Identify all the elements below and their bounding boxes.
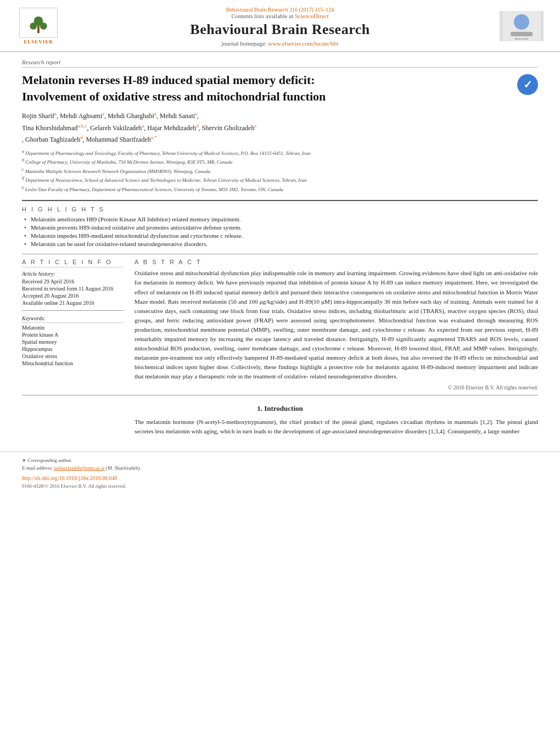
introduction-text: The melatonin hormone (N-acetyl-5-methox…	[135, 417, 538, 436]
highlight-item-4: Melatonin can be used for oxidative-rela…	[24, 241, 538, 247]
contents-label: Contents lists available at	[231, 13, 293, 19]
divider-3	[22, 395, 538, 395]
homepage-label: journal homepage:	[221, 40, 266, 47]
elsevier-tree-icon	[27, 16, 49, 35]
highlight-item-2: Melatonin prevents H89-induced oxidative…	[24, 224, 538, 231]
section-label: Research report	[22, 59, 538, 68]
journal-homepage: journal homepage: www.elsevier.com/locat…	[60, 40, 500, 47]
email-note: (M. Sharifzadeh).	[106, 465, 141, 471]
available-date: Available online 21 August 2016	[22, 300, 124, 306]
history-label: Article history:	[22, 271, 124, 277]
keyword-3: Spatial memory	[22, 339, 124, 345]
journal-title: Behavioural Brain Research	[60, 21, 500, 38]
two-col-section: A R T I C L E I N F O Article history: R…	[22, 259, 538, 390]
highlights-list: Melatonin ameliorates H89 (Protein Kinas…	[22, 216, 538, 247]
affiliations: a Department of Pharmacology and Toxicol…	[22, 148, 538, 194]
article-history: Article history: Received 29 April 2016 …	[22, 271, 124, 306]
affiliation-d: Department of Neuroscience, School of Ad…	[25, 177, 306, 183]
title-line1: Melatonin reverses H-89 induced spatial …	[22, 73, 315, 87]
journal-citation: Behavioural Brain Research 316 (2017) 11…	[60, 5, 500, 13]
article-title-text: Melatonin reverses H-89 induced spatial …	[22, 72, 512, 104]
elsevier-logo: ELSEVIER	[16, 8, 60, 44]
abstract-text: Oxidative stress and mitochondrial dysfu…	[135, 269, 538, 381]
title-section: Melatonin reverses H-89 induced spatial …	[22, 72, 538, 110]
svg-rect-6	[511, 32, 533, 36]
crossmark-icon: ✓	[523, 78, 533, 91]
highlight-item-1: Melatonin ameliorates H89 (Protein Kinas…	[24, 216, 538, 222]
intro-text-col: The melatonin hormone (N-acetyl-5-methox…	[135, 417, 538, 436]
corresponding-author: ∗ Corresponding author.	[22, 458, 538, 463]
introduction-section: 1. Introduction The melatonin hormone (N…	[22, 404, 538, 436]
highlights-section: H I G H L I G H T S Melatonin ameliorate…	[22, 206, 538, 247]
doi-row: http://dx.doi.org/10.1016/j.bbr.2016.08.…	[22, 474, 538, 482]
content-area: Research report Melatonin reverses H-89 …	[0, 52, 560, 443]
abstract-heading: A B S T R A C T	[135, 259, 538, 265]
svg-point-5	[514, 14, 529, 30]
affiliation-b: College of Pharmacy, University of Manit…	[25, 159, 232, 165]
svg-point-2	[40, 23, 47, 30]
page-wrapper: ELSEVIER Behavioural Brain Research 316 …	[0, 0, 560, 494]
keywords-section: Keywords: Melatonin Protein kinase A Spa…	[22, 315, 124, 366]
svg-point-1	[30, 23, 37, 30]
elsevier-logo-image	[19, 8, 58, 38]
article-title: Melatonin reverses H-89 induced spatial …	[22, 72, 512, 110]
right-logo-image: Behavioural	[500, 11, 544, 41]
received-date: Received 29 April 2016	[22, 278, 124, 284]
keyword-6: Mitochondrial function	[22, 360, 124, 366]
email-label: E-mail address:	[22, 465, 53, 471]
highlight-text-2: Melatonin prevents H89-induced oxidative…	[31, 224, 242, 231]
abstract-copyright: © 2016 Elsevier B.V. All rights reserved…	[135, 384, 538, 390]
abstract-col: A B S T R A C T Oxidative stress and mit…	[135, 259, 538, 390]
article-info-heading: A R T I C L E I N F O	[22, 259, 124, 267]
title-line2: Involvement of oxidative stress and mito…	[22, 90, 326, 103]
affiliation-c: Manitoba Multiple Sclerosis Research Net…	[25, 169, 210, 174]
homepage-url[interactable]: www.elsevier.com/locate/bbr	[268, 40, 338, 47]
highlights-heading: H I G H L I G H T S	[22, 206, 538, 213]
intro-left-spacer	[22, 417, 124, 436]
highlight-text-1: Melatonin ameliorates H89 (Protein Kinas…	[31, 216, 240, 222]
divider-keywords	[22, 310, 124, 311]
keywords-label: Keywords:	[22, 315, 124, 323]
affiliation-a: Department of Pharmacology and Toxicolog…	[25, 150, 310, 156]
authors: Rojin Sharifa, Mehdi Aghsamia, Mehdi Gha…	[22, 110, 538, 145]
keyword-1: Melatonin	[22, 325, 124, 331]
keyword-2: Protein kinase A	[22, 332, 124, 338]
journal-header-center: Behavioural Brain Research 316 (2017) 11…	[60, 5, 500, 47]
elsevier-label: ELSEVIER	[24, 39, 53, 44]
divider-1	[22, 200, 538, 202]
keyword-5: Oxidative stress	[22, 353, 124, 359]
received-revised-date: Received in revised form 11 August 2016	[22, 286, 124, 292]
accepted-date: Accepted 20 August 2016	[22, 293, 124, 299]
article-info-col: A R T I C L E I N F O Article history: R…	[22, 259, 124, 390]
footer-copyright: 0166-4328/© 2016 Elsevier B.V. All right…	[22, 483, 538, 489]
highlight-item-3: Melatonin impedes H89-mediated mitochond…	[24, 232, 538, 239]
divider-2	[22, 254, 538, 254]
svg-rect-3	[37, 25, 40, 34]
email-link[interactable]: msharifzadeh@tums.ac.ir	[54, 465, 104, 471]
highlight-text-4: Melatonin can be used for oxidative-rela…	[31, 241, 208, 247]
intro-two-col: The melatonin hormone (N-acetyl-5-methox…	[22, 417, 538, 436]
journal-header: ELSEVIER Behavioural Brain Research 316 …	[0, 0, 560, 52]
highlight-text-3: Melatonin impedes H89-mediated mitochond…	[31, 232, 243, 239]
keyword-4: Hippocampus	[22, 346, 124, 352]
email-row: E-mail address: msharifzadeh@tums.ac.ir …	[22, 465, 538, 471]
page-footer: ∗ Corresponding author. E-mail address: …	[0, 451, 560, 494]
introduction-heading: 1. Introduction	[22, 404, 538, 413]
doi-link[interactable]: http://dx.doi.org/10.1016/j.bbr.2016.08.…	[22, 475, 117, 481]
crossmark-badge[interactable]: ✓	[517, 74, 538, 95]
svg-text:Behavioural: Behavioural	[515, 37, 529, 40]
journal-cover-icon: Behavioural	[502, 11, 541, 41]
affiliation-e: Leslie Dan Faculty of Pharmacy, Departme…	[25, 187, 283, 192]
corresponding-label: ∗ Corresponding author.	[22, 458, 72, 463]
sciencedirect-link[interactable]: ScienceDirect	[295, 13, 329, 19]
